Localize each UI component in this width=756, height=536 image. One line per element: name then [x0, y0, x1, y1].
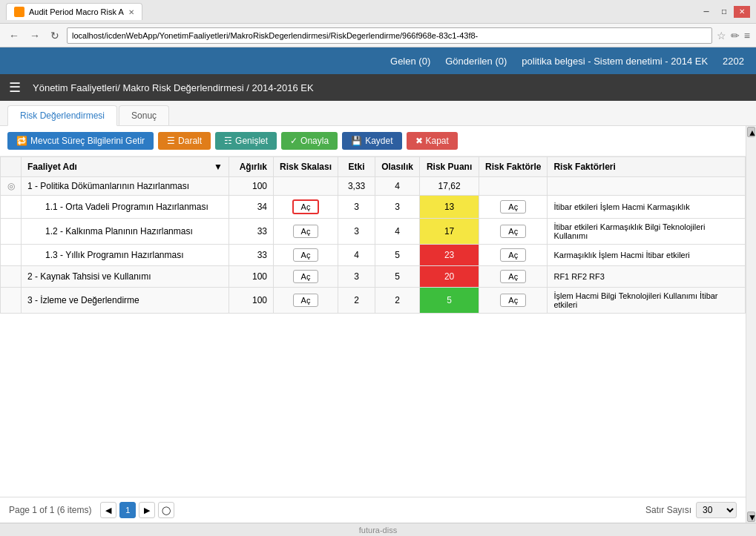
bottom-text: futura-diss [359, 526, 397, 535]
risk-puan-cell: 23 [420, 245, 479, 266]
genislet-icon: ☶ [224, 136, 232, 146]
tab-close-btn[interactable]: ✕ [128, 8, 134, 16]
next-page-btn[interactable]: ▶ [139, 502, 155, 518]
vertical-scrollbar[interactable]: ▲ ▼ [746, 126, 756, 523]
kaydet-btn[interactable]: 💾 Kaydet [342, 132, 401, 150]
faktor1-cell[interactable]: Aç [479, 219, 548, 245]
faktor1-cell[interactable]: Aç [479, 245, 548, 266]
satir-select[interactable]: 30 50 100 [696, 502, 737, 518]
daralt-btn[interactable]: ☰ Daralt [158, 132, 211, 150]
last-page-btn[interactable]: ◯ [158, 502, 174, 518]
skala-cell[interactable] [274, 177, 338, 196]
genislet-btn[interactable]: ☶ Genişlet [215, 132, 277, 150]
faktor2-cell: İtibar etkileri Karmaşıklık Bilgi Teknol… [548, 219, 746, 245]
skala-button[interactable]: Aç [293, 225, 319, 238]
kapat-btn[interactable]: ✖ Kapat [407, 132, 458, 150]
window-close-btn[interactable]: ✕ [734, 6, 750, 18]
col-olasilik-header: Olasılık [375, 157, 420, 177]
faaliyet-name-cell: 1.3 - Yıllık Programın Hazırlanması [22, 245, 229, 266]
agirlik-cell: 100 [229, 266, 274, 288]
skala-button[interactable]: Aç [292, 199, 320, 214]
refresh-btn[interactable]: ↻ [47, 28, 62, 43]
faaliyet-name-cell: 1 - Politika Dökümanlarının Hazırlanması [22, 177, 229, 196]
skala-button[interactable]: Aç [293, 270, 319, 283]
faktor1-button[interactable]: Aç [500, 225, 526, 238]
page-1-btn[interactable]: 1 [119, 502, 136, 518]
skala-cell[interactable]: Aç [274, 288, 338, 314]
menu-icon[interactable]: ≡ [744, 30, 750, 42]
agirlik-cell: 34 [229, 196, 274, 219]
tab-risk-degerlendirmesi[interactable]: Risk Değerlendirmesi [7, 105, 117, 126]
skala-button[interactable]: Aç [293, 248, 319, 262]
address-bar[interactable] [67, 27, 712, 44]
hamburger-icon[interactable]: ☰ [9, 79, 21, 96]
faktor1-cell[interactable]: Aç [479, 288, 548, 314]
table-row: 1.3 - Yıllık Programın Hazırlanması33Aç4… [1, 245, 746, 266]
toolbar: 🔁 Mevcut Süreç Bilgilerini Getir ☰ Daral… [0, 126, 746, 156]
col-skala-header: Risk Skalası [274, 157, 338, 177]
faktor1-button[interactable]: Aç [500, 270, 526, 283]
expand-cell [1, 196, 22, 219]
col-expand [1, 157, 22, 177]
risk-puan-cell: 17 [420, 219, 479, 245]
col-etki-header: Etki [338, 157, 375, 177]
table-container: Faaliyet Adı ▼ Ağırlık Risk Skalası Etki… [0, 156, 746, 497]
faktor1-button[interactable]: Aç [500, 200, 526, 214]
olasilik-cell: 5 [375, 245, 420, 266]
etki-cell: 3 [338, 196, 375, 219]
expand-cell [1, 219, 22, 245]
browser-tab[interactable]: Audit Period Macro Risk A ✕ [6, 3, 142, 20]
risk-puan-cell: 5 [420, 288, 479, 314]
extensions-icon[interactable]: ✏ [731, 30, 740, 42]
olasilik-cell: 2 [375, 288, 420, 314]
window-maximize-btn[interactable]: □ [716, 6, 732, 18]
scroll-down-btn[interactable]: ▼ [747, 512, 755, 522]
scroll-up-btn[interactable]: ▲ [747, 127, 755, 137]
get-process-btn[interactable]: 🔁 Mevcut Süreç Bilgilerini Getir [7, 132, 154, 150]
onayla-btn[interactable]: ✓ Onayla [281, 132, 338, 150]
risk-puan-cell: 17,62 [420, 177, 479, 196]
onayla-icon: ✓ [290, 136, 298, 146]
bottom-bar: futura-diss [0, 523, 756, 536]
expand-cell [1, 266, 22, 288]
window-controls: ─ □ ✕ [698, 6, 750, 18]
faktor1-button[interactable]: Aç [500, 294, 526, 307]
faktor1-button[interactable]: Aç [500, 248, 526, 262]
table-row: 2 - Kaynak Tahsisi ve Kullanımı100Aç3520… [1, 266, 746, 288]
skala-button[interactable]: Aç [293, 294, 319, 307]
tab-sonuc[interactable]: Sonuç [119, 105, 169, 125]
agirlik-cell: 33 [229, 245, 274, 266]
expand-cell [1, 245, 22, 266]
etki-cell: 3,33 [338, 177, 375, 196]
faktor2-cell: İşlem Hacmi Bilgi Teknolojileri Kullanım… [548, 288, 746, 314]
etki-cell: 3 [338, 266, 375, 288]
agirlik-cell: 100 [229, 288, 274, 314]
breadcrumb: Yönetim Faaliyetleri/ Makro Risk Değerle… [33, 82, 314, 93]
col-puan-header: Risk Puanı [420, 157, 479, 177]
window-minimize-btn[interactable]: ─ [698, 6, 714, 18]
etki-cell: 4 [338, 245, 375, 266]
faktor1-cell[interactable]: Aç [479, 196, 548, 219]
bookmark-icon[interactable]: ☆ [717, 30, 726, 42]
etki-cell: 3 [338, 219, 375, 245]
skala-cell[interactable]: Aç [274, 245, 338, 266]
back-btn[interactable]: ← [6, 28, 22, 43]
skala-cell[interactable]: Aç [274, 266, 338, 288]
etki-cell: 2 [338, 288, 375, 314]
faaliyet-name-cell: 1.1 - Orta Vadeli Programın Hazırlanması [22, 196, 229, 219]
skala-cell[interactable]: Aç [274, 219, 338, 245]
prev-page-btn[interactable]: ◀ [100, 502, 116, 518]
forward-btn[interactable]: → [27, 28, 43, 43]
get-process-icon: 🔁 [16, 136, 27, 146]
olasilik-cell: 3 [375, 196, 420, 219]
col-faaliyet-sort-icon[interactable]: ▼ [214, 162, 223, 172]
faktor1-cell[interactable]: Aç [479, 266, 548, 288]
skala-cell[interactable]: Aç [274, 196, 338, 219]
table-footer: Page 1 of 1 (6 items) ◀ 1 ▶ ◯ Satır Sayı… [0, 497, 746, 523]
page-info: Page 1 of 1 (6 items) [9, 505, 91, 515]
satir-label: Satır Sayısı [645, 505, 691, 515]
olasilik-cell: 4 [375, 219, 420, 245]
app-navbar: ☰ Yönetim Faaliyetleri/ Makro Risk Değer… [0, 74, 756, 101]
expand-cell[interactable]: ◎ [1, 177, 22, 196]
faaliyet-name-cell: 3 - İzleme ve Değerlendirme [22, 288, 229, 314]
